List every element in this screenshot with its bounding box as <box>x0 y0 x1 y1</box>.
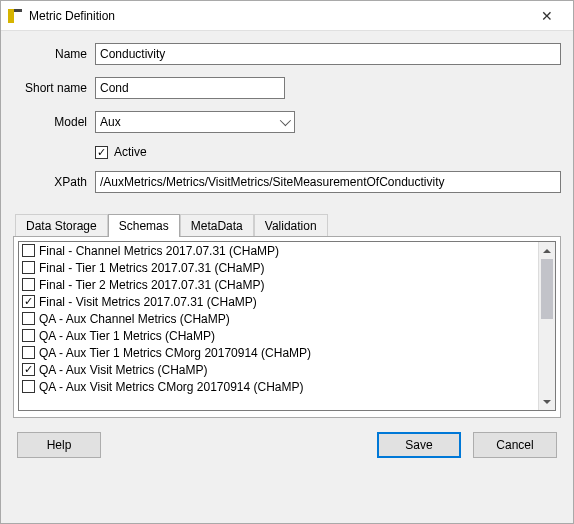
list-item[interactable]: Final - Visit Metrics 2017.07.31 (CHaMP) <box>19 293 538 310</box>
model-combobox[interactable]: Aux <box>95 111 295 133</box>
xpath-label: XPath <box>13 175 87 189</box>
active-checkbox-row[interactable]: Active <box>95 145 561 159</box>
model-value: Aux <box>100 115 121 129</box>
form-grid: Name Short name Model Aux Active XPath <box>13 43 561 193</box>
schema-checkbox[interactable] <box>22 312 35 325</box>
arrow-down-icon <box>543 400 551 404</box>
tabs-container: Data StorageSchemasMetaDataValidation Fi… <box>13 213 561 418</box>
schema-checkbox[interactable] <box>22 346 35 359</box>
schema-label: QA - Aux Visit Metrics CMorg 20170914 (C… <box>39 380 304 394</box>
title-bar: Metric Definition ✕ <box>1 1 573 31</box>
schema-checkbox[interactable] <box>22 278 35 291</box>
dialog-window: Metric Definition ✕ Name Short name Mode… <box>0 0 574 524</box>
schema-checkbox[interactable] <box>22 329 35 342</box>
tab-schemas[interactable]: Schemas <box>108 214 180 237</box>
schema-checkbox[interactable] <box>22 363 35 376</box>
schema-label: QA - Aux Visit Metrics (CHaMP) <box>39 363 207 377</box>
tab-strip: Data StorageSchemasMetaDataValidation <box>13 213 561 236</box>
list-item[interactable]: Final - Channel Metrics 2017.07.31 (CHaM… <box>19 242 538 259</box>
active-label: Active <box>114 145 147 159</box>
schema-label: Final - Visit Metrics 2017.07.31 (CHaMP) <box>39 295 257 309</box>
svg-rect-0 <box>8 9 14 23</box>
model-label: Model <box>13 115 87 129</box>
schema-label: QA - Aux Tier 1 Metrics (CHaMP) <box>39 329 215 343</box>
model-dropdown-button[interactable] <box>275 112 293 132</box>
list-item[interactable]: QA - Aux Tier 1 Metrics (CHaMP) <box>19 327 538 344</box>
tab-metadata[interactable]: MetaData <box>180 214 254 237</box>
chevron-down-icon <box>280 115 291 126</box>
app-icon <box>7 8 23 24</box>
xpath-input[interactable] <box>95 171 561 193</box>
list-item[interactable]: QA - Aux Visit Metrics (CHaMP) <box>19 361 538 378</box>
arrow-up-icon <box>543 249 551 253</box>
list-item[interactable]: QA - Aux Visit Metrics CMorg 20170914 (C… <box>19 378 538 395</box>
tab-validation[interactable]: Validation <box>254 214 328 237</box>
help-button[interactable]: Help <box>17 432 101 458</box>
cancel-button[interactable]: Cancel <box>473 432 557 458</box>
scroll-up-button[interactable] <box>539 242 555 259</box>
list-item[interactable]: Final - Tier 1 Metrics 2017.07.31 (CHaMP… <box>19 259 538 276</box>
list-item[interactable]: QA - Aux Channel Metrics (CHaMP) <box>19 310 538 327</box>
schema-checkbox[interactable] <box>22 244 35 257</box>
active-checkbox[interactable] <box>95 146 108 159</box>
list-item[interactable]: Final - Tier 2 Metrics 2017.07.31 (CHaMP… <box>19 276 538 293</box>
list-item[interactable]: QA - Aux Tier 1 Metrics CMorg 20170914 (… <box>19 344 538 361</box>
svg-rect-1 <box>14 9 22 12</box>
short-name-input[interactable] <box>95 77 285 99</box>
close-button[interactable]: ✕ <box>527 1 567 31</box>
scrollbar[interactable] <box>538 242 555 410</box>
name-label: Name <box>13 47 87 61</box>
window-title: Metric Definition <box>29 9 527 23</box>
tab-data-storage[interactable]: Data Storage <box>15 214 108 237</box>
schema-label: Final - Tier 2 Metrics 2017.07.31 (CHaMP… <box>39 278 264 292</box>
schema-label: Final - Channel Metrics 2017.07.31 (CHaM… <box>39 244 279 258</box>
scroll-thumb[interactable] <box>541 259 553 319</box>
schema-label: Final - Tier 1 Metrics 2017.07.31 (CHaMP… <box>39 261 264 275</box>
schemas-listbox[interactable]: Final - Channel Metrics 2017.07.31 (CHaM… <box>18 241 556 411</box>
schema-checkbox[interactable] <box>22 295 35 308</box>
name-input[interactable] <box>95 43 561 65</box>
tab-panel-schemas: Final - Channel Metrics 2017.07.31 (CHaM… <box>13 236 561 418</box>
short-name-label: Short name <box>13 81 87 95</box>
schemas-list-inner: Final - Channel Metrics 2017.07.31 (CHaM… <box>19 242 538 410</box>
scroll-down-button[interactable] <box>539 393 555 410</box>
scroll-track[interactable] <box>539 259 555 393</box>
save-button[interactable]: Save <box>377 432 461 458</box>
schema-checkbox[interactable] <box>22 380 35 393</box>
schema-label: QA - Aux Tier 1 Metrics CMorg 20170914 (… <box>39 346 311 360</box>
button-row: Help Save Cancel <box>13 418 561 464</box>
schema-label: QA - Aux Channel Metrics (CHaMP) <box>39 312 230 326</box>
client-area: Name Short name Model Aux Active XPath <box>1 31 573 523</box>
schema-checkbox[interactable] <box>22 261 35 274</box>
